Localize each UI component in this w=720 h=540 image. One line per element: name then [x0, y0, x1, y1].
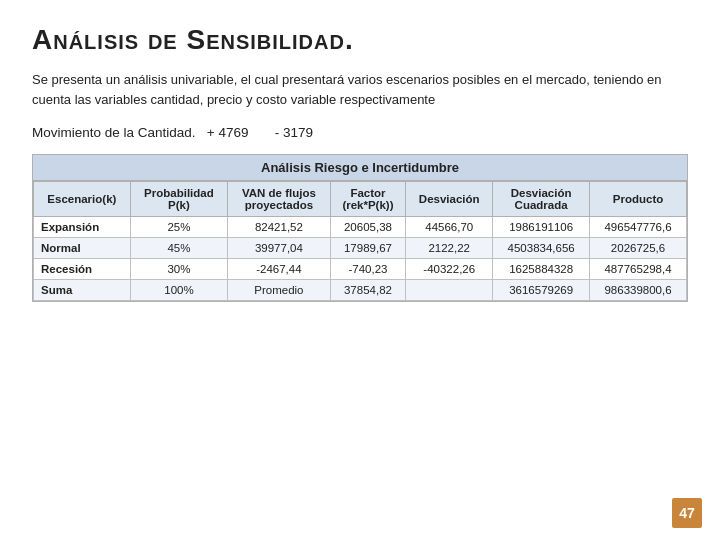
- subtitle-text: Se presenta un análisis univariable, el …: [32, 70, 688, 109]
- movement-plus: + 4769: [207, 125, 249, 140]
- cell-escenario: Expansión: [34, 217, 131, 238]
- cell-producto: 487765298,4: [590, 259, 687, 280]
- page: Análisis de Sensibilidad. Se presenta un…: [0, 0, 720, 540]
- col-header-escenario: Escenario(k): [34, 182, 131, 217]
- cell-escenario: Suma: [34, 280, 131, 301]
- cell-van: -2467,44: [228, 259, 330, 280]
- table-row: Normal45%39977,0417989,672122,224503834,…: [34, 238, 687, 259]
- cell-desv-cuadrada: 1625884328: [493, 259, 590, 280]
- cell-factor: 17989,67: [330, 238, 406, 259]
- cell-van: 39977,04: [228, 238, 330, 259]
- cell-probabilidad: 45%: [130, 238, 227, 259]
- col-header-factor: Factor(rek*P(k)): [330, 182, 406, 217]
- page-number: 47: [672, 498, 702, 528]
- cell-van: Promedio: [228, 280, 330, 301]
- analysis-table: Escenario(k) ProbabilidadP(k) VAN de flu…: [33, 181, 687, 301]
- cell-producto: 496547776,6: [590, 217, 687, 238]
- col-header-desviacion: Desviación: [406, 182, 493, 217]
- cell-desviacion: 44566,70: [406, 217, 493, 238]
- col-header-producto: Producto: [590, 182, 687, 217]
- cell-producto: 2026725,6: [590, 238, 687, 259]
- page-title: Análisis de Sensibilidad.: [32, 24, 688, 56]
- cell-probabilidad: 25%: [130, 217, 227, 238]
- cell-desviacion: [406, 280, 493, 301]
- cell-desv-cuadrada: 4503834,656: [493, 238, 590, 259]
- movement-text: Movimiento de la Cantidad. + 4769 - 3179: [32, 125, 688, 140]
- col-header-van: VAN de flujosproyectados: [228, 182, 330, 217]
- table-section-title: Análisis Riesgo e Incertidumbre: [33, 155, 687, 181]
- cell-desv-cuadrada: 3616579269: [493, 280, 590, 301]
- cell-van: 82421,52: [228, 217, 330, 238]
- cell-probabilidad: 30%: [130, 259, 227, 280]
- cell-escenario: Recesión: [34, 259, 131, 280]
- table-row: Recesión30%-2467,44-740,23-40322,2616258…: [34, 259, 687, 280]
- cell-escenario: Normal: [34, 238, 131, 259]
- col-header-probabilidad: ProbabilidadP(k): [130, 182, 227, 217]
- cell-producto: 986339800,6: [590, 280, 687, 301]
- col-header-desv-cuadrada: DesviaciónCuadrada: [493, 182, 590, 217]
- cell-desviacion: -40322,26: [406, 259, 493, 280]
- table-row: Expansión25%82421,5220605,3844566,701986…: [34, 217, 687, 238]
- movement-label: Movimiento de la Cantidad.: [32, 125, 196, 140]
- analysis-table-container: Análisis Riesgo e Incertidumbre Escenari…: [32, 154, 688, 302]
- cell-factor: -740,23: [330, 259, 406, 280]
- cell-probabilidad: 100%: [130, 280, 227, 301]
- cell-factor: 20605,38: [330, 217, 406, 238]
- cell-factor: 37854,82: [330, 280, 406, 301]
- table-row: Suma100%Promedio37854,823616579269986339…: [34, 280, 687, 301]
- movement-minus: - 3179: [275, 125, 313, 140]
- cell-desviacion: 2122,22: [406, 238, 493, 259]
- cell-desv-cuadrada: 1986191106: [493, 217, 590, 238]
